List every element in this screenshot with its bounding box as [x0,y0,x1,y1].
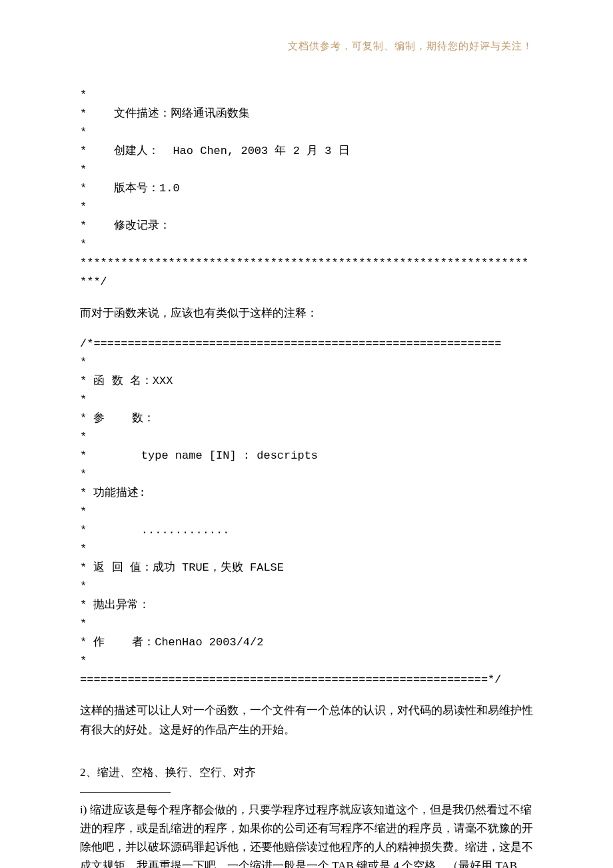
func-header-line: * [80,391,533,409]
file-header-line: ****************************************… [80,254,533,291]
file-header-line: * 文件描述：网络通讯函数集 [80,105,533,123]
func-header-line: * type name [IN] : descripts [80,447,533,465]
func-header-line: * [80,428,533,447]
file-header-line: * [80,198,533,217]
file-header-line: * [80,161,533,179]
func-header-line: ========================================… [80,671,533,689]
func-header-line: * [80,540,533,559]
description-paragraph: 这样的描述可以让人对一个函数，一个文件有一个总体的认识，对代码的易读性和易维护性… [80,701,533,739]
func-header-line: * [80,615,533,633]
func-header-line: * 作 者：ChenHao 2003/4/2 [80,633,533,652]
content-body: * * 文件描述：网络通讯函数集 * * 创建人： Hao Chen, 2003… [80,86,533,868]
page-container: 文档供参考，可复制、编制，期待您的好评与关注！ * * 文件描述：网络通讯函数集… [0,0,613,868]
file-header-line: * [80,123,533,142]
func-header-line: * [80,465,533,484]
func-header-line: * 抛出异常： [80,596,533,615]
file-header-line: * 版本号：1.0 [80,179,533,198]
func-header-line: * [80,503,533,521]
func-header-line: * [80,577,533,596]
func-header-line: * 函 数 名：XXX [80,372,533,391]
file-header-line: * 修改记录： [80,217,533,235]
file-header-line: * 创建人： Hao Chen, 2003 年 2 月 3 日 [80,142,533,161]
file-header-line: * [80,86,533,105]
func-intro-text: 而对于函数来说，应该也有类似于这样的注释： [80,304,533,323]
func-header-line: * [80,353,533,372]
func-header-line: * 功能描述: [80,484,533,503]
func-header-line: * ............. [80,521,533,540]
section2-body: i) 缩进应该是每个程序都会做的，只要学程序过程序就应该知道这个，但是我仍然看过… [80,801,533,868]
func-header-line: /*======================================… [80,335,533,353]
func-header-line: * 参 数： [80,409,533,428]
func-header-line: * [80,652,533,671]
header-note: 文档供参考，可复制、编制，期待您的好评与关注！ [80,40,533,53]
func-header-line: * 返 回 值：成功 TRUE，失败 FALSE [80,559,533,577]
section2-title: 2、缩进、空格、换行、空行、对齐 [80,763,533,782]
file-header-line: * [80,235,533,254]
section2-divider: ———————— [80,782,533,801]
